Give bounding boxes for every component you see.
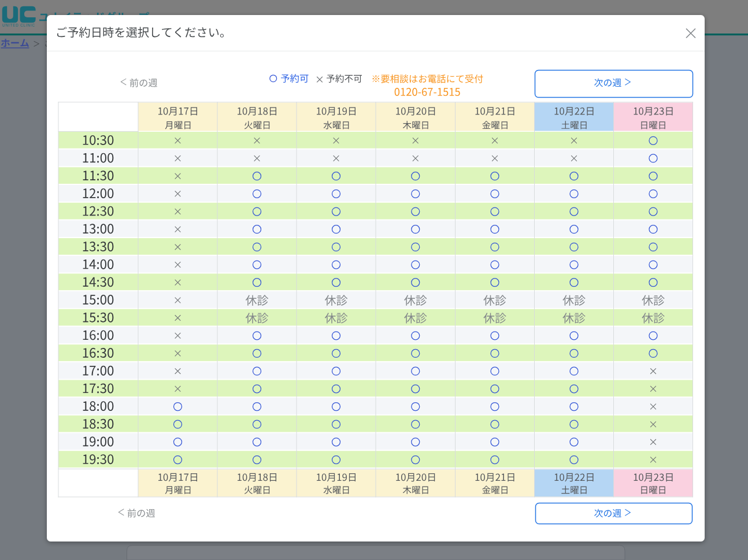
svg-text:UNITED CLINIC: UNITED CLINIC <box>2 23 35 27</box>
